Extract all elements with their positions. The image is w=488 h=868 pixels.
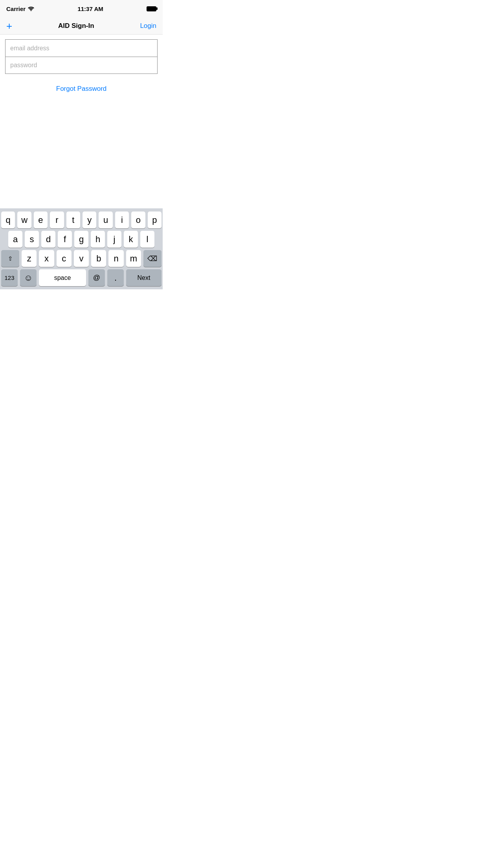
email-input[interactable] — [5, 39, 158, 57]
key-r[interactable]: r — [50, 211, 64, 228]
password-input[interactable] — [5, 57, 158, 74]
next-key[interactable]: Next — [126, 269, 161, 286]
shift-icon: ⇧ — [8, 255, 13, 262]
key-x[interactable]: x — [39, 250, 54, 267]
key-i[interactable]: i — [115, 211, 129, 228]
key-m[interactable]: m — [126, 250, 141, 267]
key-s[interactable]: s — [25, 231, 39, 248]
keyboard-row-1: q w e r t y u i o p — [1, 211, 161, 228]
key-g[interactable]: g — [74, 231, 88, 248]
wifi-icon — [28, 6, 34, 12]
key-u[interactable]: u — [99, 211, 112, 228]
forgot-password-link[interactable]: Forgot Password — [0, 82, 163, 96]
at-key[interactable]: @ — [88, 269, 105, 286]
emoji-icon: ☺ — [24, 273, 33, 283]
delete-key[interactable]: ⌫ — [143, 250, 161, 267]
key-h[interactable]: h — [91, 231, 105, 248]
key-t[interactable]: t — [66, 211, 80, 228]
shift-key[interactable]: ⇧ — [1, 250, 19, 267]
keyboard: q w e r t y u i o p a s d f g h j k l ⇧ … — [0, 208, 163, 289]
key-p[interactable]: p — [148, 211, 161, 228]
key-d[interactable]: d — [41, 231, 55, 248]
key-v[interactable]: v — [74, 250, 89, 267]
emoji-key[interactable]: ☺ — [20, 269, 37, 286]
numbers-key[interactable]: 123 — [1, 269, 18, 286]
keyboard-bottom-row: 123 ☺ space @ . Next — [1, 269, 161, 286]
key-o[interactable]: o — [131, 211, 145, 228]
key-z[interactable]: z — [22, 250, 37, 267]
nav-bar: + AID Sign-In Login — [0, 17, 163, 35]
login-button[interactable]: Login — [140, 22, 156, 30]
svg-point-0 — [31, 10, 32, 11]
key-b[interactable]: b — [91, 250, 106, 267]
key-k[interactable]: k — [124, 231, 138, 248]
key-q[interactable]: q — [1, 211, 15, 228]
key-j[interactable]: j — [107, 231, 121, 248]
page-title: AID Sign-In — [58, 22, 94, 30]
key-w[interactable]: w — [17, 211, 31, 228]
battery-indicator — [147, 6, 156, 11]
carrier-label: Carrier — [6, 6, 26, 12]
key-l[interactable]: l — [140, 231, 154, 248]
carrier-wifi: Carrier — [6, 6, 34, 12]
period-key[interactable]: . — [107, 269, 124, 286]
keyboard-row-2: a s d f g h j k l — [1, 231, 161, 248]
key-c[interactable]: c — [57, 250, 72, 267]
sign-in-form: Forgot Password — [0, 35, 163, 96]
key-n[interactable]: n — [108, 250, 123, 267]
time-label: 11:37 AM — [77, 6, 103, 12]
key-e[interactable]: e — [34, 211, 48, 228]
delete-icon: ⌫ — [147, 254, 157, 263]
add-button[interactable]: + — [6, 21, 12, 31]
status-bar: Carrier 11:37 AM — [0, 0, 163, 17]
space-key[interactable]: space — [39, 269, 86, 286]
battery-icon — [147, 6, 156, 11]
key-a[interactable]: a — [8, 231, 22, 248]
keyboard-row-3: ⇧ z x c v b n m ⌫ — [1, 250, 161, 267]
key-y[interactable]: y — [83, 211, 96, 228]
key-f[interactable]: f — [58, 231, 72, 248]
